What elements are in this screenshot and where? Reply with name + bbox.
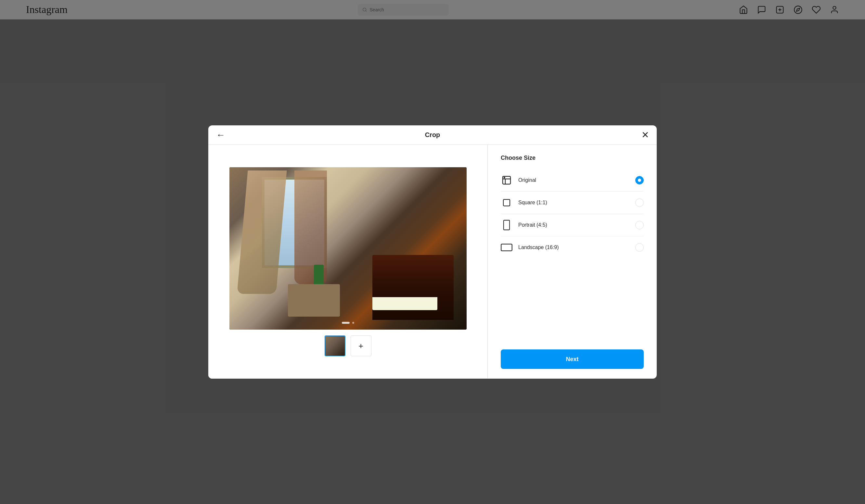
main-image <box>229 167 466 330</box>
original-radio[interactable] <box>635 176 644 185</box>
curtain-left <box>237 171 287 294</box>
square-label: Square (1:1) <box>518 200 630 206</box>
crop-modal: ← Crop ✕ <box>208 125 657 379</box>
size-option-square[interactable]: Square (1:1) <box>501 191 644 214</box>
modal-overlay: ← Crop ✕ <box>0 0 865 504</box>
main-image-container <box>229 167 466 330</box>
thumbnails-row: + <box>325 336 371 356</box>
choose-size-title: Choose Size <box>501 155 644 161</box>
landscape-radio[interactable] <box>635 243 644 252</box>
piano-element <box>372 255 454 320</box>
back-button[interactable]: ← <box>216 131 225 140</box>
thumbnail-1[interactable] <box>325 336 345 356</box>
square-radio[interactable] <box>635 198 644 207</box>
add-photo-button[interactable]: + <box>350 336 371 356</box>
modal-body: + Choose Size Original <box>208 145 657 379</box>
piano-keys <box>372 297 437 310</box>
dot-inactive <box>352 322 354 324</box>
svg-rect-11 <box>504 220 509 230</box>
image-panel: + <box>208 145 488 379</box>
thumbnail-image-1 <box>325 336 345 355</box>
close-button[interactable]: ✕ <box>642 131 649 140</box>
table-element <box>288 284 340 317</box>
slide-indicator <box>342 322 354 324</box>
svg-rect-12 <box>501 244 512 251</box>
landscape-label: Landscape (16:9) <box>518 245 630 250</box>
size-option-landscape[interactable]: Landscape (16:9) <box>501 236 644 258</box>
portrait-icon <box>501 219 512 231</box>
options-panel: Choose Size Original <box>488 145 657 379</box>
size-option-portrait[interactable]: Portrait (4:5) <box>501 214 644 236</box>
landscape-icon <box>501 242 512 253</box>
modal-title: Crop <box>425 131 440 139</box>
original-label: Original <box>518 177 630 183</box>
size-option-original[interactable]: Original <box>501 169 644 191</box>
portrait-radio[interactable] <box>635 221 644 229</box>
dot-active <box>342 322 350 324</box>
original-icon <box>501 174 512 186</box>
svg-rect-10 <box>503 199 510 206</box>
next-button[interactable]: Next <box>501 349 644 369</box>
modal-header: ← Crop ✕ <box>208 125 657 145</box>
portrait-label: Portrait (4:5) <box>518 222 630 228</box>
bottle-element <box>314 265 324 284</box>
svg-point-9 <box>504 177 505 178</box>
square-icon <box>501 197 512 209</box>
